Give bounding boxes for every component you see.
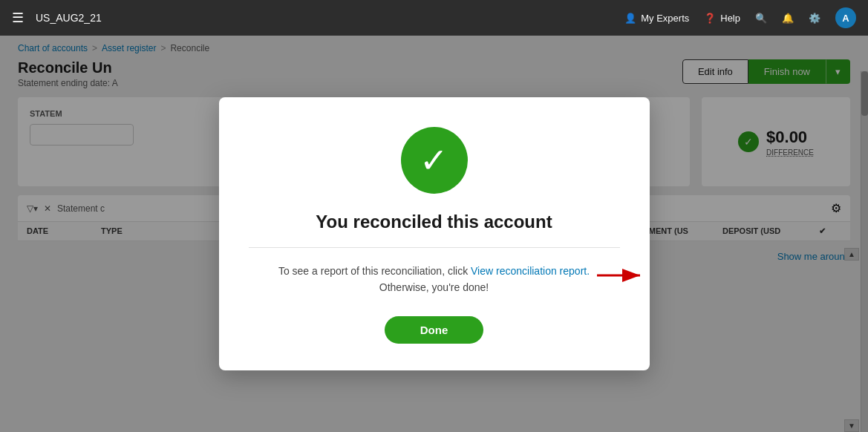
modal-body-prefix: To see a report of this reconciliation, … <box>278 265 471 277</box>
my-experts-button[interactable]: 👤 My Experts <box>624 13 689 24</box>
modal-check-icon: ✓ <box>420 143 448 177</box>
modal-divider <box>249 247 620 248</box>
nav-actions: 👤 My Experts ❓ Help 🔍 🔔 ⚙️ A <box>624 7 856 28</box>
search-button[interactable]: 🔍 <box>755 13 767 24</box>
help-button[interactable]: ❓ Help <box>704 13 740 24</box>
notifications-button[interactable]: 🔔 <box>782 13 794 24</box>
user-icon: 👤 <box>624 13 636 24</box>
modal-check-circle: ✓ <box>401 127 468 194</box>
help-icon: ❓ <box>704 13 716 24</box>
modal-overlay: ✓ You reconciled this account To see a r… <box>0 36 868 432</box>
search-icon: 🔍 <box>755 13 767 24</box>
modal-body-suffix: Otherwise, you're done! <box>379 281 489 293</box>
hamburger-menu-icon[interactable]: ☰ <box>12 10 24 26</box>
main-content: Chart of accounts > Asset register > Rec… <box>0 36 868 432</box>
modal-dialog: ✓ You reconciled this account To see a r… <box>219 97 650 371</box>
settings-button[interactable]: ⚙️ <box>809 13 820 24</box>
app-title: US_AUG2_21 <box>36 12 102 24</box>
view-reconciliation-report-link[interactable]: View reconciliation report. <box>471 265 590 277</box>
done-button[interactable]: Done <box>385 316 484 344</box>
avatar[interactable]: A <box>835 7 856 28</box>
gear-icon: ⚙️ <box>809 13 820 24</box>
modal-title: You reconciled this account <box>316 212 552 232</box>
top-navigation: ☰ US_AUG2_21 👤 My Experts ❓ Help 🔍 🔔 ⚙️ … <box>0 0 868 36</box>
red-arrow-icon <box>597 264 649 291</box>
bell-icon: 🔔 <box>782 13 794 24</box>
modal-body-text: To see a report of this reconciliation, … <box>278 263 590 296</box>
